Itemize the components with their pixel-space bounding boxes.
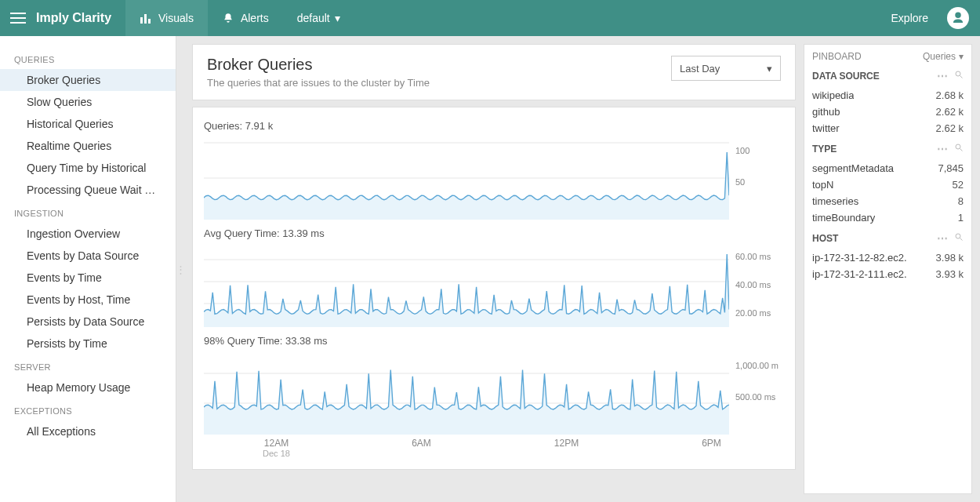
chart-p98-query-time: 98% Query Time: 33.38 ms 1,000.00 m 500.…: [204, 332, 784, 435]
sidebar-group-header: INGESTION: [0, 201, 176, 223]
more-icon[interactable]: [937, 70, 948, 82]
pinboard-section-header: HOST: [812, 232, 964, 245]
sidebar-group-header: SERVER: [0, 355, 176, 376]
pinboard: PINBOARD Queries ▾ DATA SOURCEwikipedia2…: [804, 44, 972, 494]
chart-title: 98% Query Time: 33.38 ms: [204, 332, 784, 350]
tab-alerts[interactable]: Alerts: [208, 0, 283, 36]
sidebar-group-header: QUERIES: [0, 47, 176, 69]
chart-plot[interactable]: [204, 350, 729, 435]
sidebar-item[interactable]: Processing Queue Wait Time: [0, 179, 176, 201]
brand-title: Imply Clarity: [36, 11, 125, 25]
pinboard-row[interactable]: github2.62 k: [812, 104, 964, 120]
svg-point-17: [956, 234, 960, 238]
sidebar-item[interactable]: Query Time by Historical: [0, 157, 176, 179]
more-icon[interactable]: [937, 232, 948, 245]
y-axis-labels: 60.00 ms 40.00 ms 20.00 ms: [729, 242, 784, 327]
chart-title: Queries: 7.91 k: [204, 117, 784, 135]
pinboard-row[interactable]: ip-172-31-12-82.ec2.3.98 k: [812, 249, 964, 266]
bar-chart-icon: [140, 12, 152, 24]
pinboard-row[interactable]: segmentMetadata7,845: [812, 160, 964, 176]
sidebar-item[interactable]: Persists by Data Source: [0, 311, 176, 333]
sidebar-item[interactable]: Events by Host, Time: [0, 289, 176, 311]
search-icon[interactable]: [954, 232, 964, 245]
chart-queries: Queries: 7.91 k 100 50: [204, 117, 784, 220]
search-icon[interactable]: [954, 143, 964, 155]
svg-line-14: [960, 76, 963, 78]
sidebar-item[interactable]: Events by Time: [0, 267, 176, 289]
chart-plot[interactable]: [204, 135, 729, 220]
page-title: Broker Queries: [207, 56, 430, 74]
tab-visuals-label: Visuals: [158, 12, 194, 24]
sidebar-item[interactable]: Heap Memory Usage: [0, 376, 176, 398]
sidebar: QUERIESBroker QueriesSlow QueriesHistori…: [0, 36, 176, 502]
pinboard-title: PINBOARD: [812, 51, 862, 62]
caret-down-icon: ▾: [335, 12, 340, 24]
svg-rect-5: [148, 19, 151, 24]
svg-line-16: [960, 149, 963, 151]
sidebar-item[interactable]: Historical Queries: [0, 113, 176, 135]
charts-panel: Queries: 7.91 k 100 50: [192, 107, 796, 470]
pinboard-row[interactable]: topN52: [812, 176, 964, 193]
sidebar-item[interactable]: Slow Queries: [0, 91, 176, 113]
svg-rect-3: [140, 17, 143, 24]
svg-point-15: [956, 144, 960, 149]
caret-down-icon: ▾: [959, 51, 964, 62]
page-header: Broker Queries The queries that are issu…: [192, 44, 796, 100]
pinboard-section-header: DATA SOURCE: [812, 70, 964, 82]
search-icon[interactable]: [954, 70, 964, 82]
pinboard-measure-dropdown[interactable]: Queries ▾: [923, 51, 964, 62]
x-axis: 12AMDec 18 6AM 12PM 6PM: [204, 435, 784, 458]
sidebar-item[interactable]: Realtime Queries: [0, 135, 176, 157]
svg-rect-4: [144, 14, 147, 24]
pinboard-row[interactable]: ip-172-31-2-111.ec2.3.93 k: [812, 266, 964, 282]
y-axis-labels: 1,000.00 m 500.00 ms: [729, 350, 784, 435]
pinboard-row[interactable]: timeseries8: [812, 193, 964, 209]
chart-title: Avg Query Time: 13.39 ms: [204, 224, 784, 242]
pinboard-row[interactable]: twitter2.62 k: [812, 120, 964, 136]
user-avatar[interactable]: [947, 7, 969, 29]
time-range-label: Last Day: [680, 63, 720, 75]
pinboard-row[interactable]: wikipedia2.68 k: [812, 87, 964, 104]
time-range-dropdown[interactable]: Last Day ▾: [671, 56, 781, 81]
svg-line-18: [960, 238, 963, 241]
pinboard-section-header: TYPE: [812, 143, 964, 155]
tab-alerts-label: Alerts: [241, 12, 269, 24]
svg-point-13: [956, 71, 960, 76]
chart-avg-query-time: Avg Query Time: 13.39 ms 60.00 ms: [204, 224, 784, 327]
page-subtitle: The queries that are issues to the clust…: [207, 77, 430, 89]
caret-down-icon: ▾: [767, 63, 772, 75]
bell-icon: [222, 12, 234, 24]
sidebar-resize-handle[interactable]: ⋮: [176, 36, 184, 502]
explore-link[interactable]: Explore: [877, 12, 942, 24]
tab-visuals[interactable]: Visuals: [125, 0, 208, 36]
menu-icon[interactable]: [0, 13, 36, 24]
tenant-label: default: [297, 12, 330, 24]
sidebar-group-header: EXCEPTIONS: [0, 398, 176, 420]
sidebar-item[interactable]: Events by Data Source: [0, 245, 176, 267]
more-icon[interactable]: [937, 143, 948, 155]
chart-plot[interactable]: [204, 242, 729, 327]
sidebar-item[interactable]: Broker Queries: [0, 69, 176, 91]
pinboard-row[interactable]: timeBoundary1: [812, 209, 964, 226]
sidebar-item[interactable]: Ingestion Overview: [0, 223, 176, 245]
y-axis-labels: 100 50: [729, 135, 784, 220]
sidebar-item[interactable]: Persists by Time: [0, 333, 176, 355]
topbar: Imply Clarity Visuals Alerts default ▾ E…: [0, 0, 980, 36]
main-content: Broker Queries The queries that are issu…: [184, 36, 804, 502]
tenant-dropdown[interactable]: default ▾: [283, 0, 354, 36]
sidebar-item[interactable]: All Exceptions: [0, 420, 176, 442]
